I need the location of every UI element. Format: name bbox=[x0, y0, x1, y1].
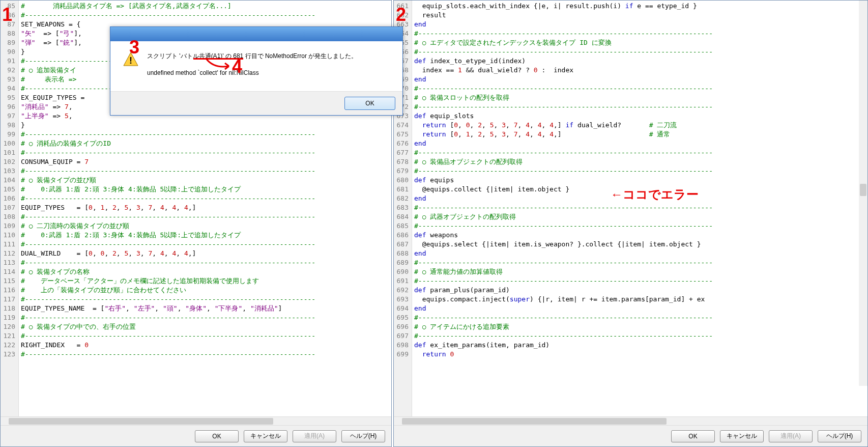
cancel-button[interactable]: キャンセル bbox=[244, 430, 287, 442]
horizontal-scrollbar[interactable] bbox=[1, 416, 391, 425]
warning-icon: ! bbox=[123, 51, 139, 68]
scrollbar-thumb[interactable] bbox=[9, 418, 273, 425]
svg-text:!: ! bbox=[129, 55, 132, 66]
button-bar: OK キャンセル 適用(A) ヘルプ(H) bbox=[394, 425, 867, 446]
help-button[interactable]: ヘルプ(H) bbox=[818, 430, 861, 442]
horizontal-scrollbar[interactable] bbox=[394, 416, 867, 425]
vertical-scrollbar[interactable] bbox=[859, 1, 867, 386]
scrollbar-thumb[interactable] bbox=[860, 184, 866, 196]
scrollbar-thumb[interactable] bbox=[402, 418, 667, 425]
code-text[interactable]: equip_slots.each_with_index {|e, i| resu… bbox=[412, 1, 867, 416]
help-button[interactable]: ヘルプ(H) bbox=[341, 430, 385, 442]
error-dialog: ! スクリプト 'バトル共通(A1)' の 681 行目で NoMethodEr… bbox=[110, 26, 403, 116]
dialog-message: スクリプト 'バトル共通(A1)' の 681 行目で NoMethodErro… bbox=[147, 51, 390, 85]
apply-button[interactable]: 適用(A) bbox=[293, 430, 336, 442]
line-gutter: 8586878889909192939495969798991001011021… bbox=[1, 1, 19, 416]
cancel-button[interactable]: キャンセル bbox=[720, 430, 764, 442]
button-bar: OK キャンセル 適用(A) ヘルプ(H) bbox=[1, 425, 391, 446]
dialog-ok-button[interactable]: OK bbox=[344, 97, 395, 110]
ok-button[interactable]: OK bbox=[195, 430, 239, 442]
editor-pane-right: 6616626636646656666676686696706716726736… bbox=[393, 0, 868, 447]
ok-button[interactable]: OK bbox=[671, 430, 715, 442]
apply-button[interactable]: 適用(A) bbox=[769, 430, 813, 442]
code-area-right[interactable]: 6616626636646656666676686696706716726736… bbox=[394, 1, 867, 416]
dialog-titlebar[interactable] bbox=[110, 27, 402, 41]
